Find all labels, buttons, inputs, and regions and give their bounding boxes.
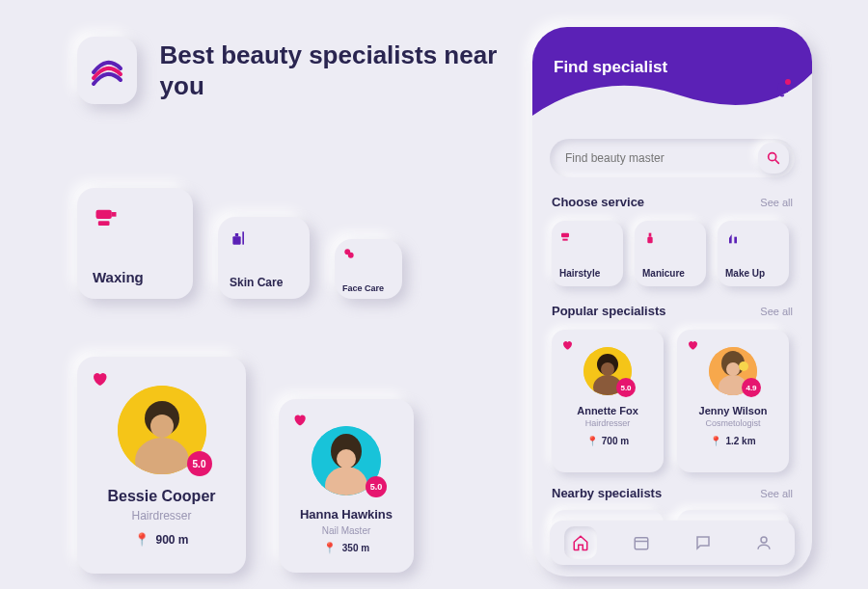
specialist-card[interactable]: 5.0 Bessie Cooper Hairdresser 📍900 m	[77, 357, 246, 574]
pin-icon: 📍	[134, 532, 149, 547]
specialist-card[interactable]: 5.0 Hanna Hawkins Nail Master 📍350 m	[279, 399, 414, 573]
svg-line-17	[775, 160, 778, 163]
nav-profile[interactable]	[747, 526, 780, 559]
section-title: Popular specialists	[552, 304, 666, 318]
heart-icon[interactable]	[687, 339, 698, 351]
search-button[interactable]	[758, 143, 789, 174]
service-card-skincare[interactable]: Skin Care	[218, 217, 310, 299]
chat-icon	[694, 534, 712, 551]
svg-rect-21	[649, 233, 652, 237]
nav-home[interactable]	[564, 526, 597, 559]
notification-dot	[785, 79, 791, 85]
bottom-nav	[550, 521, 795, 565]
svg-rect-22	[729, 238, 732, 243]
svg-point-31	[726, 362, 740, 376]
see-all-link[interactable]: See all	[760, 488, 793, 499]
page-headline: Best beauty specialists near you	[160, 40, 502, 102]
service-tile-manicure[interactable]: Manicure	[635, 221, 706, 286]
specialist-distance: 📍700 m	[586, 436, 629, 446]
pin-icon: 📍	[710, 436, 721, 446]
heart-icon[interactable]	[91, 370, 108, 388]
svg-rect-33	[636, 538, 649, 549]
service-label: Hairstyle	[559, 268, 600, 279]
rating-badge: 5.0	[187, 451, 212, 476]
svg-rect-19	[562, 239, 567, 241]
see-all-link[interactable]: See all	[760, 306, 793, 317]
facecare-icon	[342, 247, 356, 260]
specialist-name: Hanna Hawkins	[300, 507, 393, 522]
specialist-distance: 📍350 m	[323, 542, 369, 554]
phone-header: Find specialist	[532, 27, 812, 133]
service-card-waxing[interactable]: Waxing	[77, 188, 193, 299]
specialist-role: Hairdresser	[585, 418, 631, 428]
service-label: Manicure	[642, 268, 685, 279]
svg-point-15	[337, 449, 356, 469]
svg-rect-4	[235, 233, 238, 236]
phone-mockup: Find specialist Choose service See all H…	[532, 27, 812, 576]
service-label: Make Up	[725, 268, 765, 279]
header-wave	[532, 27, 812, 133]
nav-chat[interactable]	[687, 526, 719, 559]
lipstick-icon	[725, 230, 741, 246]
svg-rect-23	[734, 237, 737, 244]
specialist-name: Bessie Cooper	[107, 488, 215, 505]
svg-point-32	[739, 361, 748, 371]
pin-icon: 📍	[586, 436, 598, 446]
svg-rect-1	[98, 221, 110, 226]
service-label: Face Care	[342, 283, 394, 293]
svg-point-11	[150, 415, 174, 438]
pin-icon: 📍	[323, 542, 337, 554]
app-logo	[77, 37, 137, 104]
skincare-icon	[230, 228, 249, 248]
svg-rect-2	[112, 212, 117, 217]
svg-rect-0	[96, 210, 112, 219]
user-icon	[755, 534, 773, 551]
section-title: Nearby specialists	[552, 486, 662, 500]
specialist-distance: 📍900 m	[134, 532, 188, 547]
search-bar[interactable]	[550, 139, 795, 177]
see-all-link[interactable]: See all	[760, 197, 793, 208]
hairdryer-icon	[93, 205, 120, 232]
svg-point-35	[761, 537, 767, 543]
nailpolish-icon	[642, 230, 658, 246]
specialist-name: Jenny Wilson	[699, 405, 768, 416]
heart-icon[interactable]	[561, 339, 573, 351]
svg-point-27	[601, 362, 614, 376]
search-icon	[766, 150, 781, 166]
service-card-facecare[interactable]: Face Care	[335, 239, 402, 299]
wave-logo-icon	[88, 51, 126, 90]
rating-badge: 5.0	[366, 476, 387, 497]
search-input[interactable]	[565, 151, 739, 165]
nav-calendar[interactable]	[625, 526, 658, 559]
service-label: Skin Care	[230, 276, 298, 289]
specialist-role: Cosmetologist	[705, 418, 760, 428]
specialist-name: Annette Fox	[577, 405, 638, 416]
svg-rect-20	[647, 237, 652, 244]
section-title: Choose service	[552, 195, 644, 209]
specialist-tile[interactable]: 4.9 Jenny Wilson Cosmetologist 📍1.2 km	[677, 330, 789, 472]
home-icon	[572, 534, 589, 551]
rating-badge: 4.9	[742, 378, 761, 397]
svg-rect-3	[232, 236, 240, 244]
specialist-role: Nail Master	[322, 525, 371, 536]
heart-icon[interactable]	[292, 413, 307, 427]
service-label: Waxing	[93, 269, 177, 285]
service-tile-makeup[interactable]: Make Up	[718, 221, 789, 286]
svg-rect-5	[242, 231, 244, 244]
svg-rect-18	[561, 233, 569, 238]
specialist-role: Hairdresser	[131, 509, 191, 522]
hairdryer-icon	[559, 230, 575, 246]
specialist-tile[interactable]: 5.0 Annette Fox Hairdresser 📍700 m	[552, 330, 664, 472]
specialist-distance: 📍1.2 km	[710, 436, 755, 446]
svg-point-7	[348, 253, 354, 258]
rating-badge: 5.0	[616, 378, 636, 397]
calendar-icon	[633, 534, 650, 551]
header-title: Find specialist	[554, 58, 667, 77]
service-tile-hairstyle[interactable]: Hairstyle	[552, 221, 623, 286]
